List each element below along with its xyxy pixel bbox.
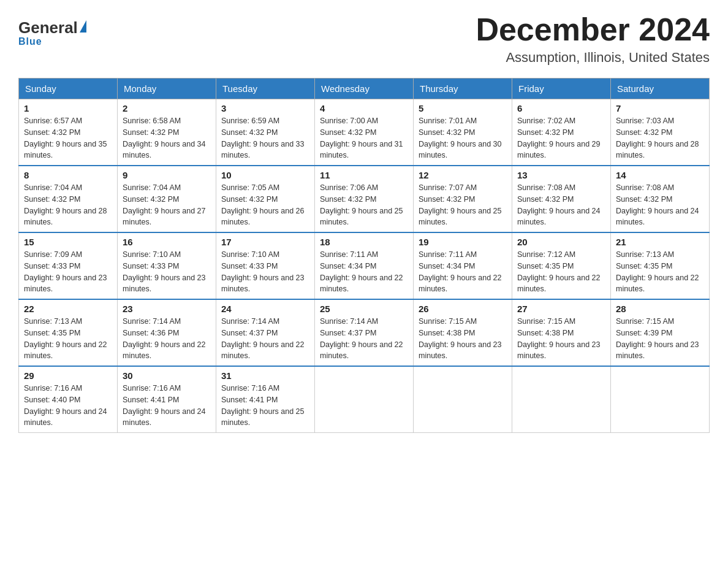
calendar-cell: 14 Sunrise: 7:08 AM Sunset: 4:32 PM Dayl… bbox=[611, 166, 710, 232]
day-number: 27 bbox=[517, 304, 605, 314]
day-info: Sunrise: 7:00 AM Sunset: 4:32 PM Dayligh… bbox=[320, 115, 408, 161]
day-number: 6 bbox=[517, 103, 605, 113]
calendar-week-row: 1 Sunrise: 6:57 AM Sunset: 4:32 PM Dayli… bbox=[19, 99, 710, 166]
day-number: 4 bbox=[320, 103, 408, 113]
day-number: 12 bbox=[419, 170, 507, 180]
day-number: 30 bbox=[123, 370, 211, 381]
day-number: 22 bbox=[24, 304, 112, 314]
calendar-cell: 1 Sunrise: 6:57 AM Sunset: 4:32 PM Dayli… bbox=[19, 99, 118, 166]
day-info: Sunrise: 7:02 AM Sunset: 4:32 PM Dayligh… bbox=[517, 115, 605, 161]
day-info: Sunrise: 6:59 AM Sunset: 4:32 PM Dayligh… bbox=[221, 115, 309, 161]
day-number: 3 bbox=[221, 103, 309, 113]
calendar-cell: 3 Sunrise: 6:59 AM Sunset: 4:32 PM Dayli… bbox=[216, 99, 315, 166]
weekday-header-sunday: Sunday bbox=[19, 79, 118, 99]
day-info: Sunrise: 7:11 AM Sunset: 4:34 PM Dayligh… bbox=[419, 249, 507, 295]
calendar-table: SundayMondayTuesdayWednesdayThursdayFrid… bbox=[18, 78, 710, 433]
calendar-cell: 6 Sunrise: 7:02 AM Sunset: 4:32 PM Dayli… bbox=[512, 99, 611, 166]
day-number: 25 bbox=[320, 304, 408, 314]
day-number: 9 bbox=[123, 170, 211, 180]
weekday-header-row: SundayMondayTuesdayWednesdayThursdayFrid… bbox=[19, 79, 710, 99]
calendar-cell: 21 Sunrise: 7:13 AM Sunset: 4:35 PM Dayl… bbox=[611, 232, 710, 299]
day-number: 31 bbox=[221, 370, 309, 381]
weekday-header-tuesday: Tuesday bbox=[216, 79, 315, 99]
day-number: 10 bbox=[221, 170, 309, 180]
day-number: 7 bbox=[616, 103, 704, 113]
day-number: 17 bbox=[221, 237, 309, 247]
day-info: Sunrise: 7:10 AM Sunset: 4:33 PM Dayligh… bbox=[123, 249, 211, 295]
day-info: Sunrise: 7:04 AM Sunset: 4:32 PM Dayligh… bbox=[24, 182, 112, 228]
day-info: Sunrise: 7:16 AM Sunset: 4:41 PM Dayligh… bbox=[123, 383, 211, 429]
logo-general: General bbox=[18, 18, 78, 37]
calendar-cell bbox=[611, 366, 710, 433]
calendar-cell: 17 Sunrise: 7:10 AM Sunset: 4:33 PM Dayl… bbox=[216, 232, 315, 299]
calendar-cell: 22 Sunrise: 7:13 AM Sunset: 4:35 PM Dayl… bbox=[19, 299, 118, 366]
calendar-cell: 30 Sunrise: 7:16 AM Sunset: 4:41 PM Dayl… bbox=[118, 366, 216, 433]
day-number: 16 bbox=[123, 237, 211, 247]
day-info: Sunrise: 7:09 AM Sunset: 4:33 PM Dayligh… bbox=[24, 249, 112, 295]
calendar-cell: 27 Sunrise: 7:15 AM Sunset: 4:38 PM Dayl… bbox=[512, 299, 611, 366]
calendar-cell: 4 Sunrise: 7:00 AM Sunset: 4:32 PM Dayli… bbox=[315, 99, 414, 166]
calendar-cell: 24 Sunrise: 7:14 AM Sunset: 4:37 PM Dayl… bbox=[216, 299, 315, 366]
weekday-header-thursday: Thursday bbox=[414, 79, 512, 99]
calendar-cell: 12 Sunrise: 7:07 AM Sunset: 4:32 PM Dayl… bbox=[414, 166, 512, 232]
day-number: 13 bbox=[517, 170, 605, 180]
day-info: Sunrise: 7:16 AM Sunset: 4:41 PM Dayligh… bbox=[221, 383, 309, 429]
calendar-cell: 7 Sunrise: 7:03 AM Sunset: 4:32 PM Dayli… bbox=[611, 99, 710, 166]
day-number: 8 bbox=[24, 170, 112, 180]
day-info: Sunrise: 7:14 AM Sunset: 4:36 PM Dayligh… bbox=[123, 316, 211, 362]
calendar-week-row: 8 Sunrise: 7:04 AM Sunset: 4:32 PM Dayli… bbox=[19, 166, 710, 232]
day-number: 28 bbox=[616, 304, 704, 314]
day-number: 14 bbox=[616, 170, 704, 180]
day-number: 24 bbox=[221, 304, 309, 314]
day-info: Sunrise: 7:13 AM Sunset: 4:35 PM Dayligh… bbox=[24, 316, 112, 362]
weekday-header-wednesday: Wednesday bbox=[315, 79, 414, 99]
weekday-header-monday: Monday bbox=[118, 79, 216, 99]
day-number: 23 bbox=[123, 304, 211, 314]
logo-blue: Blue bbox=[18, 36, 42, 47]
weekday-header-saturday: Saturday bbox=[611, 79, 710, 99]
calendar-cell: 10 Sunrise: 7:05 AM Sunset: 4:32 PM Dayl… bbox=[216, 166, 315, 232]
day-info: Sunrise: 7:14 AM Sunset: 4:37 PM Dayligh… bbox=[320, 316, 408, 362]
location: Assumption, Illinois, United States bbox=[476, 50, 710, 66]
day-number: 18 bbox=[320, 237, 408, 247]
calendar-cell: 20 Sunrise: 7:12 AM Sunset: 4:35 PM Dayl… bbox=[512, 232, 611, 299]
day-number: 21 bbox=[616, 237, 704, 247]
calendar-week-row: 22 Sunrise: 7:13 AM Sunset: 4:35 PM Dayl… bbox=[19, 299, 710, 366]
day-info: Sunrise: 7:04 AM Sunset: 4:32 PM Dayligh… bbox=[123, 182, 211, 228]
day-info: Sunrise: 7:01 AM Sunset: 4:32 PM Dayligh… bbox=[419, 115, 507, 161]
calendar-cell: 16 Sunrise: 7:10 AM Sunset: 4:33 PM Dayl… bbox=[118, 232, 216, 299]
calendar-cell: 19 Sunrise: 7:11 AM Sunset: 4:34 PM Dayl… bbox=[414, 232, 512, 299]
day-info: Sunrise: 7:15 AM Sunset: 4:39 PM Dayligh… bbox=[616, 316, 704, 362]
weekday-header-friday: Friday bbox=[512, 79, 611, 99]
day-info: Sunrise: 6:57 AM Sunset: 4:32 PM Dayligh… bbox=[24, 115, 112, 161]
calendar-cell: 11 Sunrise: 7:06 AM Sunset: 4:32 PM Dayl… bbox=[315, 166, 414, 232]
calendar-cell bbox=[315, 366, 414, 433]
day-info: Sunrise: 7:10 AM Sunset: 4:33 PM Dayligh… bbox=[221, 249, 309, 295]
day-number: 5 bbox=[419, 103, 507, 113]
day-info: Sunrise: 7:12 AM Sunset: 4:35 PM Dayligh… bbox=[517, 249, 605, 295]
calendar-week-row: 29 Sunrise: 7:16 AM Sunset: 4:40 PM Dayl… bbox=[19, 366, 710, 433]
day-info: Sunrise: 7:16 AM Sunset: 4:40 PM Dayligh… bbox=[24, 383, 112, 429]
day-info: Sunrise: 7:08 AM Sunset: 4:32 PM Dayligh… bbox=[616, 182, 704, 228]
calendar-cell: 13 Sunrise: 7:08 AM Sunset: 4:32 PM Dayl… bbox=[512, 166, 611, 232]
day-number: 29 bbox=[24, 370, 112, 381]
day-info: Sunrise: 6:58 AM Sunset: 4:32 PM Dayligh… bbox=[123, 115, 211, 161]
day-info: Sunrise: 7:05 AM Sunset: 4:32 PM Dayligh… bbox=[221, 182, 309, 228]
day-info: Sunrise: 7:07 AM Sunset: 4:32 PM Dayligh… bbox=[419, 182, 507, 228]
day-number: 19 bbox=[419, 237, 507, 247]
day-info: Sunrise: 7:06 AM Sunset: 4:32 PM Dayligh… bbox=[320, 182, 408, 228]
calendar-cell: 31 Sunrise: 7:16 AM Sunset: 4:41 PM Dayl… bbox=[216, 366, 315, 433]
month-title: December 2024 bbox=[476, 12, 710, 47]
calendar-cell: 8 Sunrise: 7:04 AM Sunset: 4:32 PM Dayli… bbox=[19, 166, 118, 232]
day-info: Sunrise: 7:15 AM Sunset: 4:38 PM Dayligh… bbox=[419, 316, 507, 362]
calendar-cell: 5 Sunrise: 7:01 AM Sunset: 4:32 PM Dayli… bbox=[414, 99, 512, 166]
title-area: December 2024 Assumption, Illinois, Unit… bbox=[476, 12, 710, 66]
calendar-cell: 15 Sunrise: 7:09 AM Sunset: 4:33 PM Dayl… bbox=[19, 232, 118, 299]
calendar-cell: 26 Sunrise: 7:15 AM Sunset: 4:38 PM Dayl… bbox=[414, 299, 512, 366]
calendar-week-row: 15 Sunrise: 7:09 AM Sunset: 4:33 PM Dayl… bbox=[19, 232, 710, 299]
calendar-cell bbox=[414, 366, 512, 433]
day-info: Sunrise: 7:03 AM Sunset: 4:32 PM Dayligh… bbox=[616, 115, 704, 161]
header: General Blue December 2024 Assumption, I… bbox=[18, 12, 710, 66]
day-number: 11 bbox=[320, 170, 408, 180]
day-info: Sunrise: 7:14 AM Sunset: 4:37 PM Dayligh… bbox=[221, 316, 309, 362]
